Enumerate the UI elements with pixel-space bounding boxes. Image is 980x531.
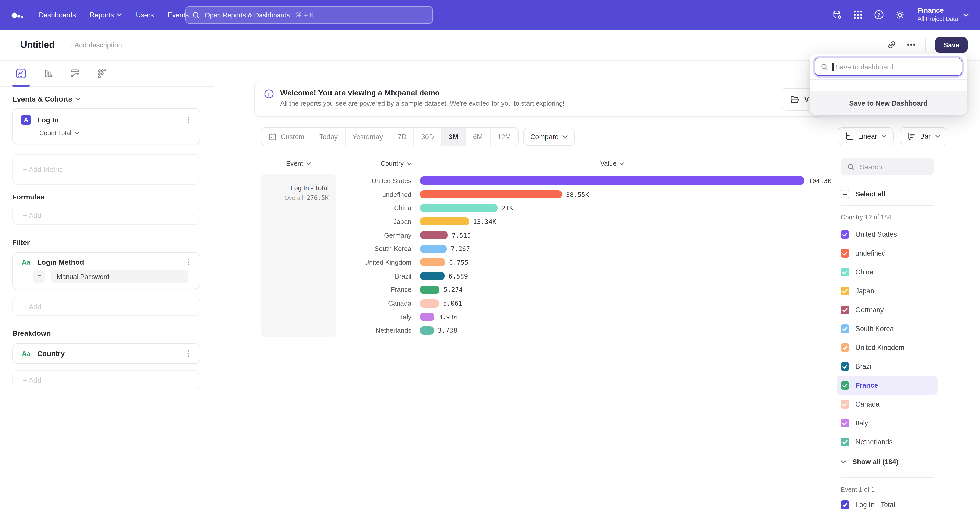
checkbox-checked-icon[interactable]: [841, 400, 850, 409]
legend-search-input[interactable]: Search: [841, 158, 934, 176]
column-header-value[interactable]: Value: [420, 160, 804, 167]
chart-row-bar[interactable]: [420, 204, 498, 212]
nav-dashboards[interactable]: Dashboards: [39, 11, 76, 19]
aggregation-selector[interactable]: Count Total: [21, 130, 192, 137]
chart-row-bar[interactable]: [420, 286, 439, 294]
chart-row-bar[interactable]: [420, 245, 447, 253]
add-description-placeholder[interactable]: + Add description...: [69, 41, 127, 49]
range-today[interactable]: Today: [312, 127, 345, 146]
range-6m[interactable]: 6M: [466, 127, 490, 146]
legend-checkbox-item[interactable]: United Kingdom: [841, 338, 938, 357]
data-management-icon[interactable]: [832, 10, 842, 20]
tab-retention[interactable]: [94, 66, 110, 81]
checkbox-checked-icon[interactable]: [841, 500, 850, 509]
range-3m-active[interactable]: 3M: [441, 127, 466, 146]
events-cohorts-header[interactable]: Events & Cohorts: [12, 95, 202, 103]
banner-title: Welcome! You are viewing a Mixpanel demo: [280, 88, 565, 97]
legend-checkbox-item[interactable]: Canada: [841, 395, 938, 414]
chart-row-bar[interactable]: [420, 272, 445, 280]
breakdown-property-name[interactable]: Country: [37, 349, 65, 358]
help-icon[interactable]: ?: [873, 10, 884, 20]
save-to-new-dashboard-button[interactable]: Save to New Dashboard: [810, 91, 967, 115]
nav-users[interactable]: Users: [136, 11, 154, 19]
chart-row-bar[interactable]: [420, 327, 434, 334]
column-header-country[interactable]: Country: [337, 160, 411, 167]
show-all-button[interactable]: Show all (184): [841, 452, 980, 471]
checkbox-checked-icon[interactable]: [841, 324, 850, 333]
range-30d[interactable]: 30D: [414, 127, 441, 146]
chart-row-bar[interactable]: [420, 231, 448, 239]
range-custom[interactable]: Custom: [261, 127, 312, 146]
legend-checkbox-item[interactable]: Italy: [841, 414, 938, 433]
legend-checkbox-item[interactable]: Germany: [841, 300, 938, 319]
tab-flows[interactable]: [67, 66, 83, 81]
project-switcher[interactable]: Finance All Project Data: [918, 7, 969, 23]
filter-property-name[interactable]: Login Method: [37, 258, 84, 266]
legend-checkbox-item[interactable]: United States: [841, 225, 938, 244]
checkbox-checked-icon[interactable]: [841, 230, 850, 239]
save-button[interactable]: Save: [935, 37, 968, 52]
save-dashboard-search-input[interactable]: Save to dashboard...: [815, 58, 962, 76]
chart-style-button[interactable]: Bar: [900, 127, 947, 145]
report-title[interactable]: Untitled: [21, 40, 55, 50]
checkbox-checked-icon[interactable]: [841, 437, 850, 446]
folder-icon: [790, 94, 800, 105]
indeterminate-checkbox[interactable]: [841, 190, 850, 198]
nav-reports[interactable]: Reports: [90, 11, 122, 19]
range-12m[interactable]: 12M: [490, 127, 518, 146]
settings-gear-icon[interactable]: [894, 10, 905, 20]
chart-row-label: Netherlands: [215, 327, 411, 334]
apps-grid-icon[interactable]: [853, 10, 863, 20]
chart-row-bar[interactable]: [420, 177, 804, 185]
more-options-icon[interactable]: [906, 40, 916, 50]
add-filter-button[interactable]: + Add: [12, 297, 200, 316]
legend-checkbox-item[interactable]: South Korea: [841, 319, 938, 338]
filter-value[interactable]: Manual Password: [51, 270, 188, 282]
legend-checkbox-item[interactable]: Japan: [841, 282, 938, 300]
checkbox-checked-icon[interactable]: [841, 381, 850, 390]
checkbox-checked-icon[interactable]: [841, 268, 850, 276]
legend-checkbox-item[interactable]: France: [837, 376, 938, 395]
compare-button[interactable]: Compare: [523, 127, 575, 146]
checkbox-checked-icon[interactable]: [841, 343, 850, 352]
checkbox-checked-icon[interactable]: [841, 419, 850, 428]
select-all-row[interactable]: Select all: [841, 190, 980, 198]
range-yesterday[interactable]: Yesterday: [345, 127, 390, 146]
legend-checkbox-item[interactable]: Log In - Total: [841, 495, 938, 514]
event-section-label: Event 1 of 1: [841, 486, 980, 493]
chart-row-value: 104.3K: [808, 177, 832, 185]
kebab-menu-icon[interactable]: [184, 116, 192, 124]
kebab-menu-icon[interactable]: [184, 349, 192, 358]
legend-checkbox-item[interactable]: Brazil: [841, 357, 938, 376]
checkbox-checked-icon[interactable]: [841, 249, 850, 258]
filter-operator[interactable]: =: [33, 270, 45, 282]
chart-row-bar[interactable]: [420, 217, 469, 226]
range-7d[interactable]: 7D: [390, 127, 414, 146]
chart-row-bar[interactable]: [420, 258, 445, 266]
kebab-menu-icon[interactable]: [184, 258, 192, 266]
add-breakdown-button[interactable]: + Add: [12, 370, 200, 389]
add-metric-button[interactable]: + Add Metric: [12, 154, 200, 185]
chart-row-bar[interactable]: [420, 190, 562, 198]
add-formula-button[interactable]: + Add: [12, 206, 200, 225]
legend-checkbox-item[interactable]: undefined: [841, 244, 938, 263]
breakdown-card[interactable]: Aa Country: [12, 343, 200, 364]
chart-row-bar[interactable]: [420, 313, 434, 321]
mixpanel-app: Dashboards Reports Users Events Open Rep…: [0, 0, 980, 531]
global-search[interactable]: Open Reports & Dashboards ⌘ + K: [185, 6, 433, 24]
column-header-event[interactable]: Event: [261, 160, 336, 167]
scale-selector-button[interactable]: Linear: [838, 127, 894, 145]
copy-link-icon[interactable]: [887, 40, 897, 50]
chart-row-bar[interactable]: [420, 299, 439, 308]
legend-checkbox-item[interactable]: Netherlands: [841, 433, 938, 452]
filter-card[interactable]: Aa Login Method = Manual Password: [12, 252, 200, 289]
legend-checkbox-item[interactable]: China: [841, 263, 938, 282]
checkbox-checked-icon[interactable]: [841, 362, 850, 371]
tab-insights[interactable]: [13, 66, 29, 81]
mixpanel-logo-icon[interactable]: [11, 11, 24, 19]
checkbox-checked-icon[interactable]: [841, 306, 850, 314]
event-name[interactable]: Log In: [37, 116, 59, 124]
checkbox-checked-icon[interactable]: [841, 287, 850, 295]
metric-card[interactable]: A Log In Count Total: [12, 108, 200, 144]
tab-funnels[interactable]: [40, 66, 56, 81]
